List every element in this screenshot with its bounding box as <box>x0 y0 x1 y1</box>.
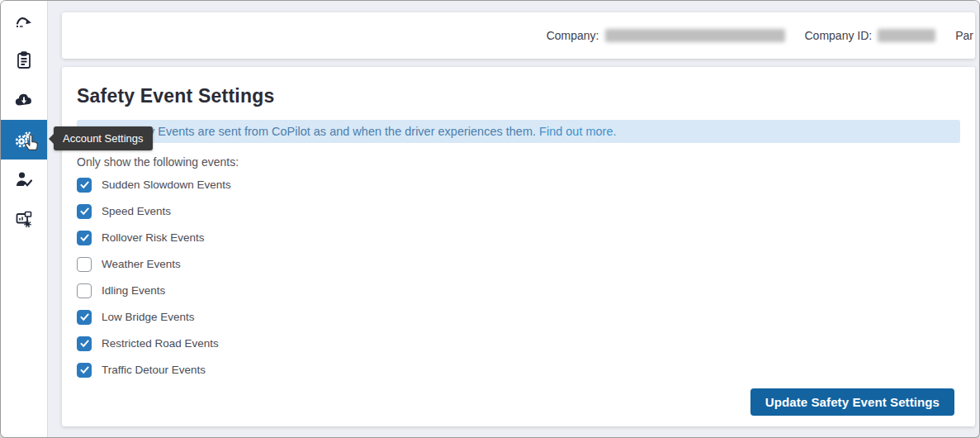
company-id-pair: Company ID: <box>805 29 936 42</box>
event-row-sudden-slowdown: Sudden Slowdown Events <box>77 177 960 193</box>
checkmark-icon <box>79 312 90 322</box>
checkmark-icon <box>79 364 90 375</box>
event-row-idling: Idling Events <box>77 283 960 298</box>
route-icon <box>14 11 34 31</box>
sidebar-item-reports[interactable] <box>1 40 47 80</box>
clipboard-icon <box>14 50 34 70</box>
company-id-value-redacted <box>878 29 935 42</box>
event-row-traffic-detour: Traffic Detour Events <box>77 362 960 378</box>
safety-event-settings-card: Safety Event Settings Note: Safety Event… <box>62 67 975 426</box>
event-label: Low Bridge Events <box>102 311 195 323</box>
event-label: Speed Events <box>102 205 171 217</box>
page-title: Safety Event Settings <box>77 85 960 107</box>
checkbox[interactable] <box>77 257 92 272</box>
sidebar-item-account-settings[interactable] <box>1 120 47 159</box>
sidebar-item-drivers[interactable] <box>1 159 47 199</box>
sidebar <box>1 1 48 437</box>
note-banner: Note: Safety Events are sent from CoPilo… <box>77 120 960 143</box>
checkbox[interactable] <box>77 204 92 219</box>
checkmark-icon <box>79 206 90 217</box>
checkbox[interactable] <box>77 231 92 245</box>
checkbox[interactable] <box>77 310 92 325</box>
checkmark-icon <box>79 338 90 349</box>
event-label: Weather Events <box>102 258 181 270</box>
company-info-bar: Company: Company ID: Par <box>62 12 975 59</box>
event-row-restricted-road: Restricted Road Events <box>77 336 960 351</box>
user-check-icon <box>14 169 34 189</box>
event-row-rollover-risk: Rollover Risk Events <box>77 230 960 245</box>
tooltip-label: Account Settings <box>63 132 144 145</box>
button-row: Update Safety Event Settings <box>77 388 960 416</box>
account-settings-tooltip: Account Settings <box>54 126 153 150</box>
app-window: Account Settings Company: Company ID: Pa… <box>0 0 980 438</box>
company-id-label: Company ID: <box>805 29 873 42</box>
event-label: Rollover Risk Events <box>102 231 205 244</box>
checkbox[interactable] <box>77 336 92 351</box>
checkbox[interactable] <box>77 363 92 378</box>
checkmark-icon <box>79 232 90 243</box>
main-area: Company: Company ID: Par Safety Event Se… <box>48 1 979 437</box>
account-settings-gears-icon <box>14 130 34 150</box>
report-screen-icon <box>14 209 34 229</box>
company-pair: Company: <box>547 29 785 42</box>
event-label: Traffic Detour Events <box>102 364 206 376</box>
event-label: Idling Events <box>102 284 165 297</box>
event-row-weather: Weather Events <box>77 256 960 272</box>
event-label: Sudden Slowdown Events <box>102 179 231 191</box>
events-intro-label: Only show the following events: <box>77 155 960 169</box>
events-checkbox-list: Sudden Slowdown Events Speed Events Roll… <box>77 177 960 388</box>
sidebar-item-downloads[interactable] <box>1 80 47 120</box>
tooltip-arrow <box>49 134 54 144</box>
event-row-speed: Speed Events <box>77 203 960 219</box>
checkbox[interactable] <box>77 283 92 298</box>
partner-label-truncated: Par <box>955 29 973 42</box>
checkmark-icon <box>79 179 90 190</box>
note-text: Safety Events are sent from CoPilot as a… <box>117 125 539 138</box>
company-label: Company: <box>547 29 599 42</box>
sidebar-item-display-settings[interactable] <box>1 199 47 239</box>
sidebar-item-routes[interactable] <box>1 1 47 40</box>
event-row-low-bridge: Low Bridge Events <box>77 309 960 325</box>
cloud-download-icon <box>14 90 34 110</box>
update-safety-event-settings-button[interactable]: Update Safety Event Settings <box>750 388 954 416</box>
checkbox[interactable] <box>77 178 92 193</box>
event-label: Restricted Road Events <box>102 337 219 350</box>
company-value-redacted <box>605 29 785 42</box>
find-out-more-link[interactable]: Find out more. <box>539 125 617 138</box>
